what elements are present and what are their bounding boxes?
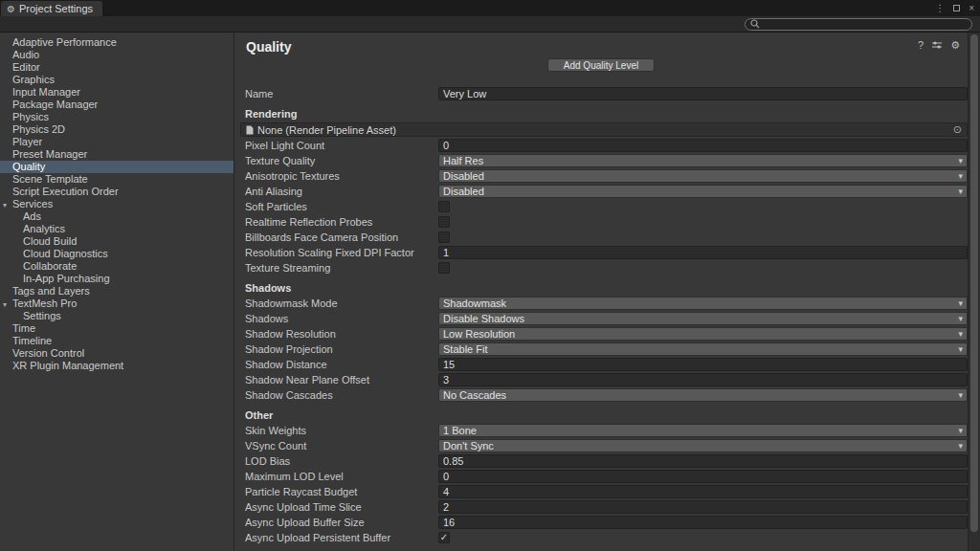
toolbar	[0, 16, 980, 33]
asset-document-icon	[246, 125, 254, 135]
property-row-name: Name	[245, 86, 968, 101]
scrollbar-thumb[interactable]	[970, 34, 978, 532]
sidebar-item-audio[interactable]: Audio	[0, 49, 234, 61]
property-label: Particle Raycast Budget	[245, 486, 438, 497]
sidebar-item-label: Timeline	[12, 335, 52, 346]
render-pipeline-asset-field[interactable]: None (Render Pipeline Asset)⊙	[240, 122, 968, 137]
property-label: Anisotropic Textures	[245, 170, 438, 182]
sidebar-item-label: Analytics	[23, 223, 65, 234]
window-layout-icon[interactable]	[953, 4, 960, 13]
sidebar-item-version-control[interactable]: Version Control	[0, 347, 234, 360]
sidebar-item-services[interactable]: ▾Services	[0, 198, 234, 210]
property-label: Realtime Reflection Probes	[245, 216, 438, 228]
sidebar-item-label: XR Plugin Management	[12, 360, 123, 371]
sidebar-item-time[interactable]: Time	[0, 322, 234, 335]
shadow-near-plane-offset-input[interactable]	[438, 373, 968, 386]
window-close-icon[interactable]: ×	[969, 4, 974, 13]
sidebar-item-timeline[interactable]: Timeline	[0, 335, 234, 347]
particle-raycast-budget-input[interactable]	[438, 485, 968, 498]
texture-streaming-checkbox[interactable]	[438, 262, 450, 274]
sidebar-item-scene-template[interactable]: Scene Template	[0, 173, 234, 186]
anisotropic-textures-dropdown[interactable]: Disabled▾	[438, 169, 968, 183]
sidebar-item-in-app-purchasing[interactable]: In-App Purchasing	[0, 273, 234, 285]
async-upload-buffer-size-input[interactable]	[438, 516, 968, 529]
sidebar-item-graphics[interactable]: Graphics	[0, 74, 234, 86]
sidebar-item-collaborate[interactable]: Collaborate	[0, 260, 234, 273]
sidebar-item-script-execution-order[interactable]: Script Execution Order	[0, 186, 234, 198]
sidebar-item-player[interactable]: Player	[0, 136, 234, 148]
presets-icon[interactable]	[931, 40, 943, 50]
sidebar-item-label: Scene Template	[12, 173, 88, 185]
skin-weights-dropdown[interactable]: 1 Bone▾	[438, 424, 968, 437]
shadows-dropdown[interactable]: Disable Shadows▾	[438, 312, 968, 325]
dropdown-value: Shadowmask	[443, 298, 506, 309]
lod-bias-input[interactable]	[438, 454, 968, 468]
vsync-count-dropdown[interactable]: Don't Sync▾	[438, 439, 968, 452]
dropdown-arrow-icon: ▾	[958, 343, 963, 355]
property-row-shadow-resolution: Shadow ResolutionLow Resolution▾	[245, 326, 968, 342]
billboards-face-camera-position-checkbox[interactable]	[438, 231, 450, 243]
property-row-particle-raycast-budget: Particle Raycast Budget	[245, 484, 968, 499]
property-row-async-upload-buffer-size: Async Upload Buffer Size	[245, 515, 968, 530]
sidebar-item-settings[interactable]: Settings	[0, 310, 234, 322]
property-rows: NameRenderingNone (Render Pipeline Asset…	[234, 72, 968, 545]
resolution-scaling-fixed-dpi-factor-input[interactable]	[438, 246, 968, 259]
name-input[interactable]	[438, 87, 968, 100]
window-menu-icon[interactable]: ⋮	[935, 4, 945, 13]
search-input[interactable]	[763, 19, 967, 30]
property-label: Anti Aliasing	[245, 186, 438, 197]
sidebar-item-physics-2d[interactable]: Physics 2D	[0, 123, 234, 136]
property-row-shadows: ShadowsDisable Shadows▾	[245, 311, 968, 326]
tab-bar: ⚙ Project Settings ⋮ ×	[0, 0, 980, 16]
sidebar-item-label: Physics 2D	[12, 123, 65, 135]
shadow-resolution-dropdown[interactable]: Low Resolution▾	[438, 327, 968, 341]
object-picker-icon[interactable]: ⊙	[953, 123, 962, 136]
shadow-distance-input[interactable]	[438, 358, 968, 371]
async-upload-persistent-buffer-checkbox[interactable]: ✓	[438, 532, 450, 543]
sidebar-item-textmesh-pro[interactable]: ▾TextMesh Pro	[0, 298, 234, 310]
add-quality-level-row: Add Quality Level	[234, 58, 968, 72]
gear-icon[interactable]: ⚙	[950, 39, 960, 51]
quality-settings-panel: Quality ? ⚙ Add Quality Level NameRender…	[234, 33, 968, 551]
sidebar-item-analytics[interactable]: Analytics	[0, 223, 234, 235]
property-row-vsync-count: VSync CountDon't Sync▾	[245, 438, 968, 453]
sidebar-item-physics[interactable]: Physics	[0, 111, 234, 123]
sidebar-item-label: Tags and Layers	[12, 285, 90, 297]
shadow-projection-dropdown[interactable]: Stable Fit▾	[438, 342, 968, 356]
anti-aliasing-dropdown[interactable]: Disabled▾	[438, 185, 968, 198]
shadowmask-mode-dropdown[interactable]: Shadowmask▾	[438, 297, 968, 310]
soft-particles-checkbox[interactable]	[438, 201, 450, 212]
sidebar-item-ads[interactable]: Ads	[0, 210, 234, 223]
vertical-scrollbar[interactable]	[968, 33, 980, 551]
async-upload-time-slice-input[interactable]	[438, 500, 968, 514]
dropdown-value: Disabled	[443, 186, 484, 197]
sidebar-item-tags-and-layers[interactable]: Tags and Layers	[0, 285, 234, 298]
property-label: Async Upload Time Slice	[245, 501, 438, 513]
property-row-resolution-scaling-fixed-dpi-factor: Resolution Scaling Fixed DPI Factor	[245, 245, 968, 260]
section-header-shadows: Shadows	[245, 280, 968, 296]
tab-project-settings[interactable]: ⚙ Project Settings	[1, 1, 102, 16]
help-icon[interactable]: ?	[918, 39, 924, 51]
object-field-value: None (Render Pipeline Asset)	[257, 124, 949, 136]
sidebar-item-preset-manager[interactable]: Preset Manager	[0, 148, 234, 161]
sidebar-item-cloud-build[interactable]: Cloud Build	[0, 235, 234, 248]
pixel-light-count-input[interactable]	[438, 139, 968, 152]
sidebar-item-adaptive-performance[interactable]: Adaptive Performance	[0, 36, 234, 49]
sidebar-item-label: Adaptive Performance	[12, 36, 117, 48]
maximum-lod-level-input[interactable]	[438, 470, 968, 483]
property-label: Resolution Scaling Fixed DPI Factor	[245, 247, 438, 258]
sidebar-item-input-manager[interactable]: Input Manager	[0, 86, 234, 99]
shadow-cascades-dropdown[interactable]: No Cascades▾	[438, 388, 968, 402]
sidebar-item-quality[interactable]: Quality	[0, 161, 234, 173]
add-quality-level-button[interactable]: Add Quality Level	[547, 58, 655, 72]
sidebar-item-cloud-diagnostics[interactable]: Cloud Diagnostics	[0, 248, 234, 260]
dropdown-value: Don't Sync	[443, 440, 494, 452]
realtime-reflection-probes-checkbox[interactable]	[438, 216, 450, 228]
search-box[interactable]	[745, 18, 972, 31]
texture-quality-dropdown[interactable]: Half Res▾	[438, 154, 968, 167]
dropdown-arrow-icon: ▾	[958, 389, 963, 401]
sidebar-item-package-manager[interactable]: Package Manager	[0, 99, 234, 111]
sidebar-item-editor[interactable]: Editor	[0, 61, 234, 74]
sidebar-item-xr-plugin-management[interactable]: XR Plugin Management	[0, 360, 234, 372]
property-row-lod-bias: LOD Bias	[245, 453, 968, 469]
